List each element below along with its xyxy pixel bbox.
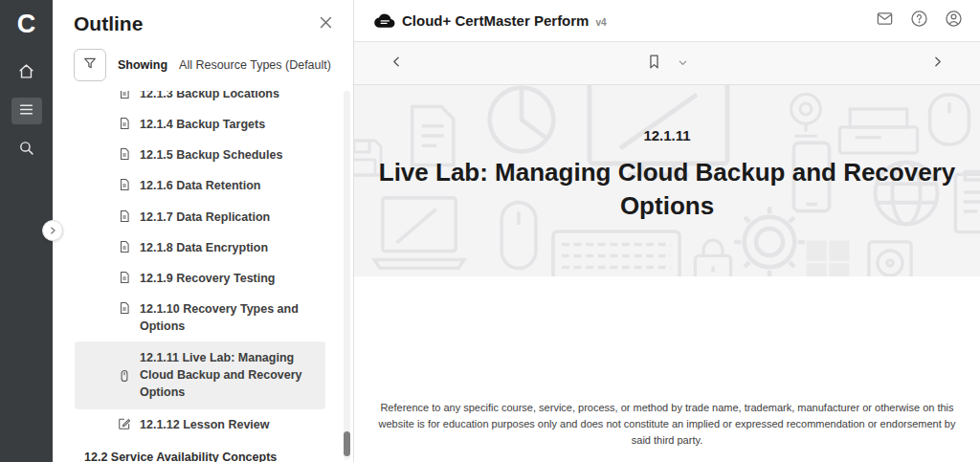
home-button[interactable] — [11, 59, 42, 86]
main-content: Cloud+ CertMaster Perform v4 — [354, 0, 980, 462]
search-button[interactable] — [11, 136, 42, 163]
showing-label: Showing — [118, 58, 167, 72]
lesson-banner: 12.1.11 Live Lab: Managing Cloud Backup … — [354, 85, 980, 276]
document-icon — [118, 147, 131, 161]
outline-menu-button[interactable] — [11, 98, 42, 124]
chevron-left-icon — [390, 55, 403, 72]
edit-icon — [118, 417, 131, 430]
course-version: v4 — [595, 17, 606, 28]
panel-expand-button[interactable] — [42, 220, 63, 241]
bookmark-menu-button[interactable] — [678, 55, 688, 72]
help-icon — [910, 10, 928, 32]
pattern-keyboard-icon — [549, 229, 683, 276]
comptia-logo[interactable]: C — [0, 0, 53, 48]
outline-item[interactable]: 12.1.9 Recovery Testing — [118, 263, 330, 294]
document-icon — [118, 301, 131, 315]
outline-item[interactable]: 12.1.5 Backup Schedules — [118, 140, 330, 170]
document-icon — [118, 91, 131, 99]
bookmark-button[interactable] — [646, 53, 662, 75]
home-icon — [18, 63, 34, 83]
disclaimer-text: Reference to any specific course, servic… — [371, 400, 963, 449]
outline-scrollbar-track[interactable] — [344, 91, 350, 460]
next-page-button[interactable] — [931, 55, 944, 72]
chevron-right-icon — [931, 55, 944, 72]
outline-item[interactable]: 12.1.7 Data Replication — [118, 202, 330, 232]
mouse-icon — [118, 369, 131, 383]
bookmark-icon — [646, 53, 662, 75]
close-icon — [318, 14, 334, 34]
chevron-right-icon — [48, 222, 57, 239]
disclaimer: Reference to any specific course, servic… — [354, 400, 980, 449]
document-icon — [118, 117, 131, 130]
document-icon — [118, 271, 131, 284]
outline-scrollbar-thumb[interactable] — [344, 431, 350, 456]
document-icon — [118, 240, 131, 253]
search-icon — [18, 140, 34, 160]
previous-page-button[interactable] — [390, 55, 403, 72]
course-title: Cloud+ CertMaster Perform — [402, 12, 589, 29]
outline-item[interactable]: 12.1.4 Backup Targets — [118, 109, 330, 140]
help-button[interactable] — [910, 10, 928, 32]
mail-icon — [876, 10, 894, 32]
document-icon — [118, 178, 131, 191]
filter-funnel-icon — [82, 55, 98, 75]
lesson-nav-bar — [354, 42, 980, 85]
outline-panel-title: Outline — [74, 12, 143, 35]
outline-item[interactable]: 12.1.10 Recovery Types and Options — [118, 294, 330, 341]
outline-item-current[interactable]: 12.1.11 Live Lab: Managing Cloud Backup … — [75, 341, 325, 408]
pattern-lock-icon — [689, 234, 737, 276]
outline-list: 12.1.3 Backup Locations 12.1.4 Backup Ta… — [53, 91, 353, 462]
pattern-hard-drive-icon — [865, 238, 915, 276]
lesson-title: Live Lab: Managing Cloud Backup and Reco… — [368, 156, 967, 223]
section-number: 12.1.11 — [354, 127, 980, 143]
outline-item[interactable]: 12.1.3 Backup Locations — [118, 91, 330, 109]
hamburger-menu-icon — [18, 101, 34, 121]
outline-section-header[interactable]: 12.2 Service Availability Concepts — [84, 440, 330, 462]
resource-filter-value: All Resource Types (Default) — [179, 58, 331, 72]
document-icon — [118, 209, 131, 223]
outline-item[interactable]: 12.1.12 Lesson Review — [118, 409, 330, 440]
outline-panel: Outline Showing All Resource Types (Defa… — [53, 0, 354, 462]
cloud-icon — [373, 12, 395, 29]
outline-item[interactable]: 12.1.8 Data Encryption — [118, 232, 330, 263]
close-outline-button[interactable] — [318, 14, 334, 34]
pattern-windows-icon — [804, 238, 852, 276]
resource-filter-button[interactable] — [74, 49, 106, 81]
app-header: Cloud+ CertMaster Perform v4 — [354, 0, 980, 42]
account-button[interactable] — [945, 10, 963, 32]
chevron-down-icon — [678, 55, 688, 72]
account-icon — [945, 10, 963, 32]
outline-item[interactable]: 12.1.6 Data Retention — [118, 170, 330, 201]
messages-button[interactable] — [876, 10, 894, 32]
